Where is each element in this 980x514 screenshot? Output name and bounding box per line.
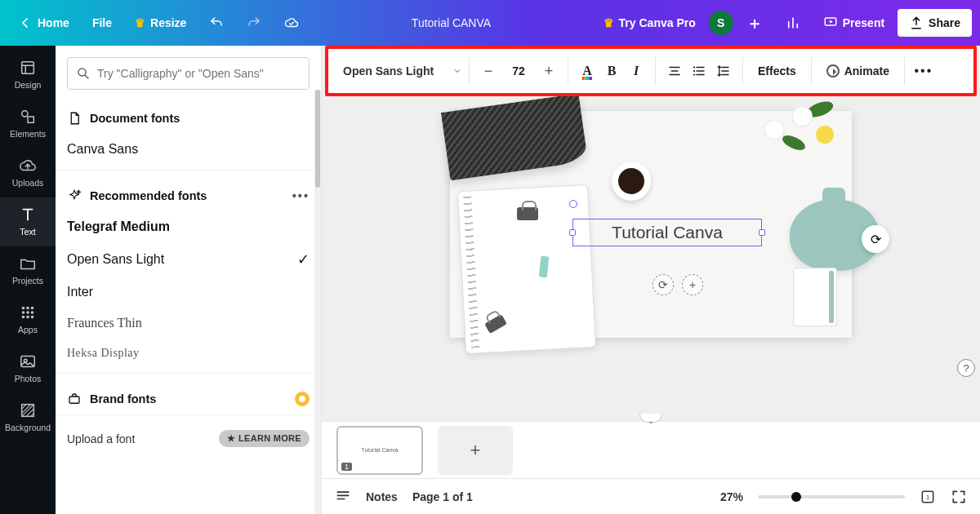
more-toolbar-button[interactable]: •••	[911, 59, 936, 83]
rail-uploads[interactable]: Uploads	[0, 148, 56, 197]
avatar[interactable]: S	[709, 11, 733, 35]
text-color-button[interactable]: A	[575, 59, 599, 83]
page-number-badge: 1	[341, 463, 352, 471]
font-size-decrease[interactable]: −	[476, 63, 501, 80]
italic-button[interactable]: I	[624, 59, 648, 83]
font-search-input[interactable]	[97, 67, 301, 80]
font-inter[interactable]: Inter	[56, 277, 321, 308]
rail-text[interactable]: Text	[0, 197, 56, 246]
try-pro-button[interactable]: ♛ Try Canva Pro	[594, 10, 706, 36]
list-icon	[692, 64, 706, 78]
animate-button[interactable]: Animate	[818, 64, 898, 78]
font-canva-sans[interactable]: Canva Sans	[56, 134, 321, 165]
redo-button[interactable]	[237, 9, 271, 37]
upload-font-row[interactable]: Upload a font ★ LEARN MORE	[56, 414, 321, 462]
spacing-button[interactable]	[711, 59, 736, 83]
rail-photos[interactable]: Photos	[0, 344, 56, 393]
rail-apps[interactable]: Apps	[0, 295, 56, 344]
text-color-icon: A	[582, 64, 592, 78]
collapse-pages-icon[interactable]: ⌄	[648, 416, 654, 425]
font-search[interactable]	[67, 57, 310, 90]
recommended-more-button[interactable]: •••	[292, 189, 310, 202]
font-panel: Document fonts Canva Sans Recommended fo…	[56, 46, 322, 514]
font-heksa-display[interactable]: Heksa Display	[56, 339, 321, 368]
panel-scrollbar[interactable]	[314, 90, 321, 514]
document-title[interactable]: Tutorial CANVA	[412, 16, 491, 29]
align-button[interactable]	[662, 59, 687, 83]
duplicate-button[interactable]: ⟳	[653, 274, 674, 295]
zoom-slider[interactable]	[758, 495, 905, 498]
zoom-percent[interactable]: 27%	[720, 490, 743, 503]
zoom-slider-knob[interactable]	[791, 492, 801, 502]
canvas-viewport[interactable]: Tutorial Canva ⟳ + ⟳ ?	[322, 96, 980, 421]
notes-button[interactable]	[335, 489, 351, 505]
svg-rect-17	[69, 397, 79, 403]
add-member-button[interactable]: ＋	[737, 6, 773, 41]
page-canvas[interactable]: Tutorial Canva ⟳ + ⟳	[450, 111, 852, 338]
svg-point-9	[31, 311, 34, 314]
page-indicator: Page 1 of 1	[412, 490, 473, 503]
font-family-selector[interactable]: Open Sans Light	[340, 64, 462, 78]
crown-icon: ♛	[604, 16, 614, 29]
svg-point-2	[22, 111, 28, 117]
home-button[interactable]: Home	[8, 9, 79, 37]
svg-point-6	[31, 307, 34, 310]
rail-background[interactable]: Background	[0, 393, 56, 442]
svg-point-18	[693, 66, 695, 68]
learn-more-button[interactable]: ★ LEARN MORE	[219, 430, 310, 447]
bold-button[interactable]: B	[599, 59, 624, 83]
font-telegraf-medium[interactable]: Telegraf Medium	[56, 211, 321, 242]
file-menu[interactable]: File	[82, 10, 122, 36]
present-button[interactable]: Present	[813, 9, 894, 37]
svg-point-19	[693, 70, 695, 72]
rail-projects[interactable]: Projects	[0, 246, 56, 295]
brand-fonts-header: Brand fonts	[56, 379, 321, 414]
svg-point-5	[26, 307, 29, 310]
animate-icon	[826, 64, 840, 78]
rail-elements[interactable]: Elements	[0, 100, 56, 148]
add-page-button[interactable]: +	[438, 426, 513, 475]
help-button[interactable]: ?	[957, 359, 975, 377]
font-size-field[interactable]: 72	[501, 64, 537, 78]
fullscreen-button[interactable]	[951, 489, 967, 505]
font-fraunces-thin[interactable]: Fraunces Thin	[56, 308, 321, 339]
text-content[interactable]: Tutorial Canva	[612, 223, 723, 242]
svg-text:1: 1	[926, 494, 929, 501]
grid-view-button[interactable]: 1	[920, 489, 936, 505]
insights-button[interactable]	[776, 9, 810, 37]
list-button[interactable]	[687, 59, 711, 83]
share-button[interactable]: Share	[898, 9, 972, 37]
crown-icon: ♛	[135, 16, 145, 29]
rotate-handle[interactable]	[569, 200, 577, 208]
rail-design[interactable]: Design	[0, 51, 56, 100]
font-open-sans-light[interactable]: Open Sans Light✓	[56, 242, 321, 277]
left-rail: Design Elements Uploads Text Projects Ap…	[0, 46, 56, 514]
text-toolbar-highlight: Open Sans Light − 72 + A B I	[325, 46, 977, 96]
resize-handle-left[interactable]	[569, 229, 576, 236]
recommended-fonts-header: Recommended fonts •••	[56, 175, 321, 211]
upload-icon	[909, 16, 924, 30]
effects-button[interactable]: Effects	[750, 64, 804, 78]
add-element-button[interactable]: +	[682, 274, 703, 295]
apps-icon	[19, 304, 37, 321]
search-icon	[76, 66, 91, 81]
sync-button[interactable]: ⟳	[862, 225, 889, 253]
expand-icon	[951, 489, 967, 505]
svg-point-12	[31, 316, 34, 319]
resize-button[interactable]: ♛ Resize	[125, 10, 196, 36]
text-toolbar: Open Sans Light − 72 + A B I	[333, 54, 969, 88]
notes-label[interactable]: Notes	[366, 490, 398, 503]
svg-point-11	[26, 316, 29, 319]
pro-badge-icon	[295, 392, 310, 406]
undo-icon	[209, 16, 224, 30]
selected-text-element[interactable]: Tutorial Canva	[572, 219, 762, 246]
undo-button[interactable]	[199, 9, 234, 37]
cloud-sync-button[interactable]	[274, 9, 309, 37]
page-thumbnail-1[interactable]: Tutorial Canva 1	[336, 426, 423, 475]
template-icon	[19, 59, 37, 77]
svg-point-16	[78, 69, 86, 76]
font-size-increase[interactable]: +	[537, 63, 561, 80]
chevron-left-icon	[18, 16, 33, 30]
check-icon: ✓	[297, 250, 310, 268]
resize-handle-right[interactable]	[759, 229, 765, 236]
